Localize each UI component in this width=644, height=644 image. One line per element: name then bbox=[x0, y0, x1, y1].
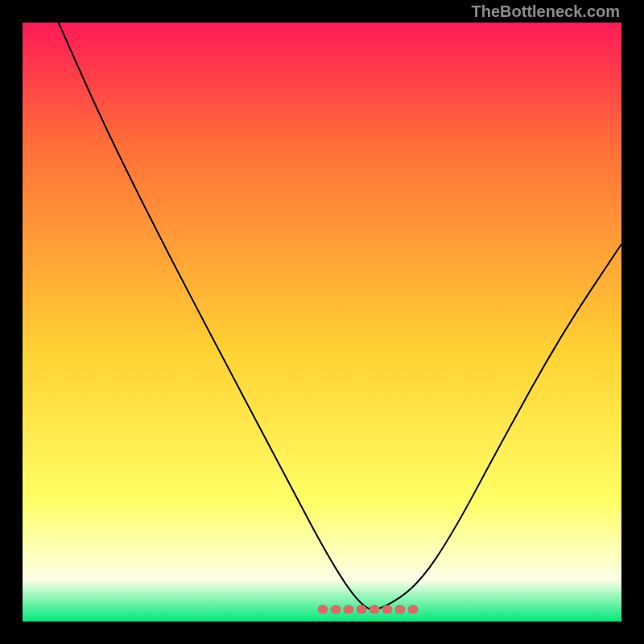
plot-background bbox=[23, 23, 621, 621]
frame-border-right bbox=[621, 0, 644, 644]
frame-border-left bbox=[0, 0, 23, 644]
plot-svg bbox=[23, 23, 621, 621]
credit-watermark: TheBottleneck.com bbox=[472, 2, 620, 21]
chart-stage: TheBottleneck.com bbox=[0, 0, 644, 644]
frame-border-bottom bbox=[0, 621, 644, 644]
